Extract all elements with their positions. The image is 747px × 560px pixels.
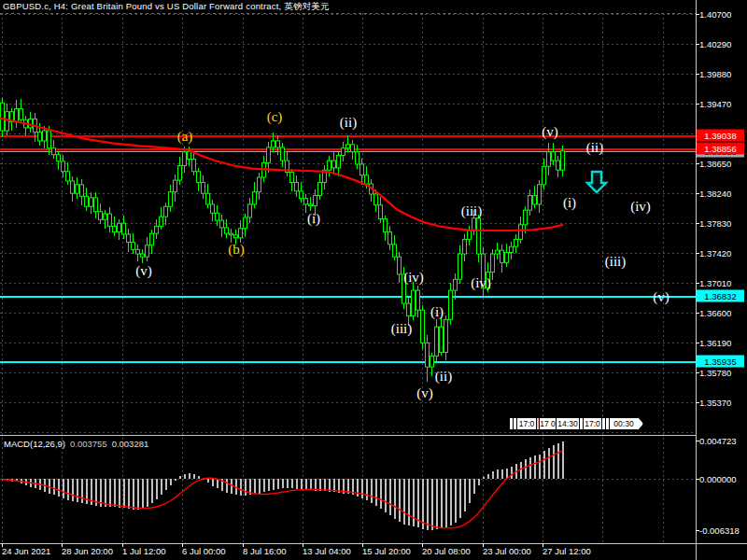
macd-indicator-label: MACD(12,26,9)0.0037550.003281 <box>4 439 148 449</box>
time-axis[interactable] <box>0 543 747 560</box>
mt4-chart-window: GBPUSD.c, H4: Great Britain Pound vs US … <box>0 0 747 560</box>
main-chart-area[interactable] <box>0 13 696 435</box>
price-axis[interactable] <box>696 0 747 543</box>
chart-title: GBPUSD.c, H4: Great Britain Pound vs US … <box>3 1 330 12</box>
macd-value-main: 0.003755 <box>70 439 107 449</box>
macd-pane-area[interactable] <box>0 436 696 543</box>
macd-name: MACD(12,26,9) <box>4 439 65 449</box>
macd-value-signal: 0.003281 <box>112 439 149 449</box>
